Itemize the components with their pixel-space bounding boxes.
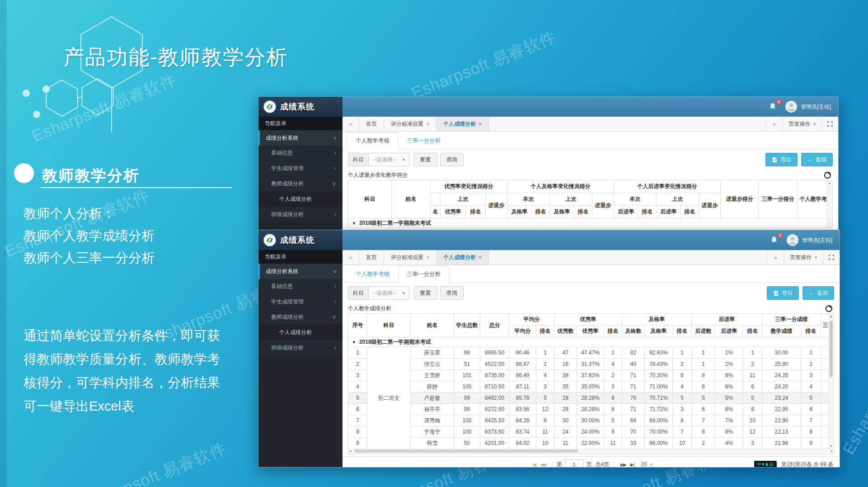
scroll-down-icon[interactable]: ▼ xyxy=(829,444,834,448)
scroll-up-icon[interactable]: ▲ xyxy=(827,181,832,184)
tab-score-standard[interactable]: 评分标准设置× xyxy=(384,250,436,265)
sidebar-item-label: 学生成绩管理 xyxy=(271,161,304,176)
sidebar-item-teacher-analysis[interactable]: 教师成绩分析∨ xyxy=(258,310,343,325)
sidebar-item-basic-info[interactable]: 基础信息‹ xyxy=(258,279,343,294)
export-button[interactable]: 导出 xyxy=(767,286,799,300)
tab-home[interactable]: 首页 xyxy=(359,250,384,265)
tabs-scroll-left-icon[interactable]: « xyxy=(343,117,359,131)
tab-score-standard[interactable]: 评分标准设置× xyxy=(384,117,436,131)
tab-three-rate-one-score[interactable]: 三率一分分析 xyxy=(398,266,449,283)
sidebar-item-basic-info[interactable]: 基础信息‹ xyxy=(258,146,343,161)
back-button[interactable]: ←返回 xyxy=(802,286,834,300)
notification-bell-icon[interactable]: 0 xyxy=(769,103,777,111)
app-logo: 成绩系统 xyxy=(258,230,343,250)
page-size-select[interactable]: 20∨ xyxy=(641,461,652,468)
close-icon[interactable]: × xyxy=(479,121,482,127)
scrollbar-thumb[interactable] xyxy=(355,449,578,453)
page-number-input[interactable] xyxy=(565,459,584,468)
tabs-scroll-right-icon[interactable]: » xyxy=(767,250,784,265)
search-button[interactable]: 查询 xyxy=(440,153,464,166)
tabs-scroll-right-icon[interactable]: » xyxy=(765,117,782,131)
tab-operations-menu[interactable]: 页签操作▾ xyxy=(782,117,821,131)
table-cell: 8272.50 xyxy=(480,404,509,415)
panel-settings-icon[interactable] xyxy=(824,172,831,179)
exam-group-row[interactable]: ▼2018级初二第一学期期末考试 xyxy=(348,218,827,228)
tab-personal-teaching-assessment[interactable]: 个人教学考核 xyxy=(347,132,398,149)
table-cell: 1 xyxy=(801,347,821,359)
sidebar-item-teacher-analysis[interactable]: 教师成绩分析∨ xyxy=(258,176,343,192)
col-group-average: 平均分 xyxy=(509,314,554,326)
reset-button[interactable]: 重置 xyxy=(414,153,437,166)
pager-last-icon[interactable]: ▶∣ xyxy=(630,462,634,467)
sidebar-item-label: 基础信息 xyxy=(271,146,293,161)
sidebar-item-student-scores[interactable]: 学生成绩管理‹ xyxy=(258,161,343,176)
tab-home[interactable]: 首页 xyxy=(359,117,384,131)
table-cell: 22.13 xyxy=(762,426,801,438)
tab-personal-score-analysis[interactable]: 个人成绩分析× xyxy=(436,117,489,131)
search-button[interactable]: 查询 xyxy=(440,286,464,300)
subject-select[interactable]: --请选择--▾ xyxy=(368,286,409,300)
table-row[interactable]: 8于海宁1008373.5083.74112424.00%97070.00%78… xyxy=(348,426,829,438)
pager-next-icon[interactable]: ▶▶ xyxy=(620,462,625,467)
close-icon[interactable]: × xyxy=(426,121,429,127)
logo-icon xyxy=(263,100,277,113)
subject-field-label: 科目 xyxy=(348,286,368,300)
tab-personal-score-analysis[interactable]: 个人成绩分析× xyxy=(436,250,489,265)
subject-select[interactable]: --请选择--▾ xyxy=(368,153,409,166)
sidebar-item-score-analysis-system[interactable]: 成绩分析系统∨ xyxy=(258,264,343,279)
user-label: 管理员[主任] xyxy=(802,236,832,244)
exam-group-row[interactable]: ▼2018级初二第一学期期末考试 xyxy=(348,337,829,347)
close-icon[interactable]: × xyxy=(426,254,429,260)
reset-button[interactable]: 重置 xyxy=(414,286,437,300)
scroll-up-icon[interactable]: ▲ xyxy=(829,315,834,318)
col-teaching-score: 教学成绩 xyxy=(762,326,801,337)
vertical-scrollbar[interactable]: ▲ ▼ xyxy=(828,313,834,449)
table-cell: 23.24 xyxy=(762,392,801,404)
table-cell: 84.02 xyxy=(509,438,536,449)
fullscreen-icon[interactable] xyxy=(823,250,840,265)
panel-settings-icon[interactable] xyxy=(826,305,832,312)
sidebar-item-score-analysis-system[interactable]: 成绩分析系统∨ xyxy=(258,130,343,146)
table-row[interactable]: 2张立云514522.0088.6721631.37%44078.43%212%… xyxy=(348,359,829,370)
table-row[interactable]: 4薛静1008710.5087.1133535.00%37171.00%466%… xyxy=(348,381,829,392)
scroll-left-icon[interactable]: ◂ xyxy=(349,449,351,453)
export-button[interactable]: 导出 xyxy=(765,153,798,166)
close-icon[interactable]: × xyxy=(479,254,482,260)
table-row[interactable]: 5卢超敏998492.0085.7852828.28%67070.71%555%… xyxy=(348,392,829,404)
tab-operations-menu[interactable]: 页签操作▾ xyxy=(784,250,823,265)
tab-personal-teaching-assessment[interactable]: 个人教学考核 xyxy=(347,266,398,283)
pager-prev-icon[interactable]: ◀◀ xyxy=(540,462,545,467)
table-cell: 11 xyxy=(604,438,622,449)
table-cell: 谭秀梅 xyxy=(411,415,454,426)
table-row[interactable]: 9韩雪504201.0084.02101122.00%113366.00%102… xyxy=(348,438,829,449)
table-cell: 51 xyxy=(454,359,480,370)
sidebar-item-class-analysis[interactable]: 班级成绩分析‹ xyxy=(258,340,343,356)
table-row[interactable]: 6籍亭亭998272.5083.56122828.28%67171.72%366… xyxy=(348,404,829,415)
table-cell: 30.00% xyxy=(577,415,604,426)
sidebar-item-personal-analysis[interactable]: 个人成绩分析 xyxy=(258,325,343,340)
vertical-scrollbar[interactable]: ▲ xyxy=(827,180,833,228)
notification-bell-icon[interactable]: 0 xyxy=(770,236,779,244)
tabs-scroll-left-icon[interactable]: « xyxy=(343,250,359,265)
export-label: 导出 xyxy=(780,153,791,166)
scroll-right-icon[interactable]: ▸ xyxy=(831,449,833,453)
table-row[interactable]: 1初二语文薛玉荣998955.5090.4614747.47%18282.83%… xyxy=(348,347,829,359)
table-cell: 卢超敏 xyxy=(411,392,454,404)
table-row[interactable]: 3王雪娇1018735.0086.4943837.62%27170.30%688… xyxy=(348,370,829,381)
sidebar-item-student-scores[interactable]: 学生成绩管理‹ xyxy=(258,294,343,310)
sidebar-item-class-analysis[interactable]: 班级成绩分析‹ xyxy=(258,207,343,222)
tab-three-rate-one-score[interactable]: 三率一分分析 xyxy=(398,132,449,149)
sidebar-item-personal-analysis[interactable]: 个人成绩分析 xyxy=(258,192,343,207)
col-rank: 排名 xyxy=(604,326,622,337)
user-menu[interactable]: 管理员[主任] xyxy=(785,101,831,113)
pager-first-icon[interactable]: ∣◀ xyxy=(532,462,536,467)
horizontal-scrollbar[interactable]: ◂ ▸ xyxy=(348,449,834,454)
user-menu[interactable]: 管理员[主任] xyxy=(787,234,832,246)
table-cell: 22 xyxy=(821,404,829,415)
scrollbar-thumb[interactable] xyxy=(830,321,833,377)
teaching-score-table: 序号 科目 姓名 学生总数 总分 平均分 优秀率 及格率 后进率 xyxy=(348,313,828,449)
table-row[interactable]: 7谭秀梅1008425.5084.2683030.00%56969.00%877… xyxy=(348,415,829,426)
back-button[interactable]: ←返回 xyxy=(801,153,833,166)
table-cell: 69 xyxy=(622,415,645,426)
fullscreen-icon[interactable] xyxy=(821,117,838,131)
